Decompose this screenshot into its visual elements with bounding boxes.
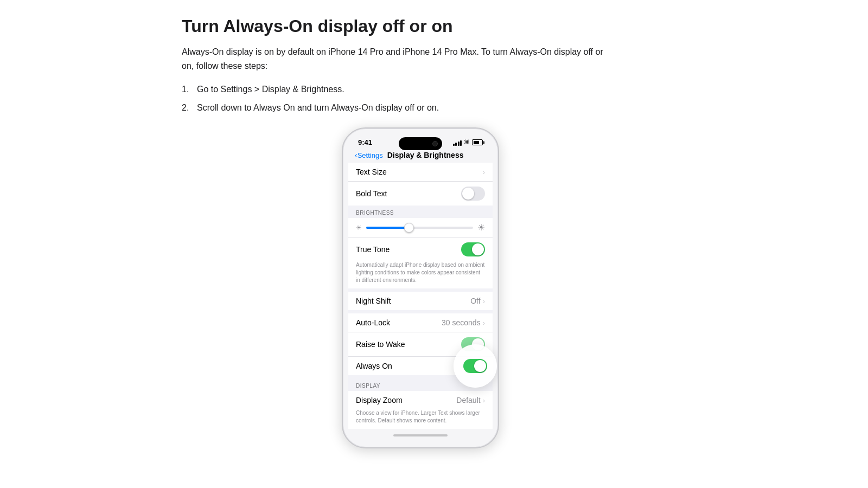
toggle-thumb-always-on xyxy=(474,360,486,372)
text-settings-group: Text Size › Bold Text xyxy=(348,163,493,206)
always-on-toggle[interactable] xyxy=(463,359,487,373)
true-tone-description: Automatically adapt iPhone display based… xyxy=(348,261,493,288)
wifi-icon: ⌘ xyxy=(464,139,470,146)
bold-text-toggle[interactable] xyxy=(461,187,485,201)
always-on-spotlight-circle xyxy=(454,344,497,388)
true-tone-label: True Tone xyxy=(356,245,390,254)
bold-text-cell[interactable]: Bold Text xyxy=(348,182,493,206)
true-tone-group: True Tone Automatically adapt iPhone dis… xyxy=(348,237,493,288)
brightness-thumb[interactable] xyxy=(404,223,414,233)
display-zoom-chevron-icon: › xyxy=(483,396,485,404)
phone-frame: 9:41 ⌘ xyxy=(342,127,499,448)
night-shift-group: Night Shift Off › xyxy=(348,292,493,310)
toggle-thumb xyxy=(462,188,474,200)
step-1: 1. Go to Settings > Display & Brightness… xyxy=(182,82,605,97)
step-2-text: Scroll down to Always On and turn Always… xyxy=(197,101,439,115)
text-size-label: Text Size xyxy=(356,168,387,176)
steps-list: 1. Go to Settings > Display & Brightness… xyxy=(182,82,605,114)
home-indicator xyxy=(393,434,448,436)
status-time: 9:41 xyxy=(358,138,372,146)
brightness-fill xyxy=(366,227,409,229)
article-description: Always-On display is on by default on iP… xyxy=(182,45,605,73)
dynamic-island-camera xyxy=(432,141,438,146)
auto-lock-label: Auto-Lock xyxy=(356,318,390,327)
lock-group: Auto-Lock 30 seconds › Raise to Wake xyxy=(348,313,493,375)
auto-lock-chevron-icon: › xyxy=(483,319,485,327)
back-button[interactable]: Settings xyxy=(358,151,383,159)
article-body: Always-On display is on by default on iP… xyxy=(182,45,605,448)
night-shift-cell[interactable]: Night Shift Off › xyxy=(348,292,493,310)
raise-to-wake-label: Raise to Wake xyxy=(356,340,405,349)
status-icons: ⌘ xyxy=(453,139,483,146)
display-zoom-description: Choose a view for iPhone. Larger Text sh… xyxy=(348,409,493,429)
night-shift-chevron-icon: › xyxy=(483,297,485,305)
always-on-label: Always On xyxy=(356,362,392,370)
brightness-high-icon: ☀ xyxy=(477,222,485,233)
night-shift-value: Off xyxy=(470,297,480,305)
phone-illustration: 9:41 ⌘ xyxy=(342,127,605,448)
auto-lock-value: 30 seconds xyxy=(442,318,481,327)
battery-icon xyxy=(472,139,483,145)
brightness-slider-row[interactable]: ☀ ☀ xyxy=(348,218,493,237)
brightness-track[interactable] xyxy=(366,227,473,229)
true-tone-cell[interactable]: True Tone xyxy=(348,237,493,261)
settings-content: Text Size › Bold Text BRIGHTNESS xyxy=(348,163,493,429)
toggle-thumb-true-tone xyxy=(472,243,484,255)
step-2-number: 2. xyxy=(182,101,193,115)
brightness-header: BRIGHTNESS xyxy=(348,206,493,218)
brightness-low-icon: ☀ xyxy=(356,224,362,232)
navigation-bar: ‹ Settings Display & Brightness xyxy=(348,149,493,163)
screen-title: Display & Brightness xyxy=(387,151,464,159)
night-shift-label: Night Shift xyxy=(356,297,391,305)
always-on-cell[interactable]: Always On xyxy=(348,357,493,375)
display-zoom-cell[interactable]: Display Zoom Default › xyxy=(348,391,493,409)
brightness-group: BRIGHTNESS ☀ ☀ xyxy=(348,206,493,237)
display-zoom-value: Default xyxy=(456,396,480,404)
signal-icon xyxy=(453,139,462,146)
display-zoom-label: Display Zoom xyxy=(356,396,403,404)
page-title: Turn Always-On display off or on xyxy=(182,16,846,36)
text-size-chevron-icon: › xyxy=(483,168,485,176)
status-bar: 9:41 ⌘ xyxy=(348,135,493,149)
bold-text-label: Bold Text xyxy=(356,189,387,198)
auto-lock-cell[interactable]: Auto-Lock 30 seconds › xyxy=(348,313,493,332)
true-tone-toggle[interactable] xyxy=(461,242,485,256)
text-size-cell[interactable]: Text Size › xyxy=(348,163,493,182)
step-2: 2. Scroll down to Always On and turn Alw… xyxy=(182,101,605,115)
step-1-number: 1. xyxy=(182,82,193,97)
step-1-text: Go to Settings > Display & Brightness. xyxy=(197,82,344,97)
dynamic-island xyxy=(399,137,442,150)
